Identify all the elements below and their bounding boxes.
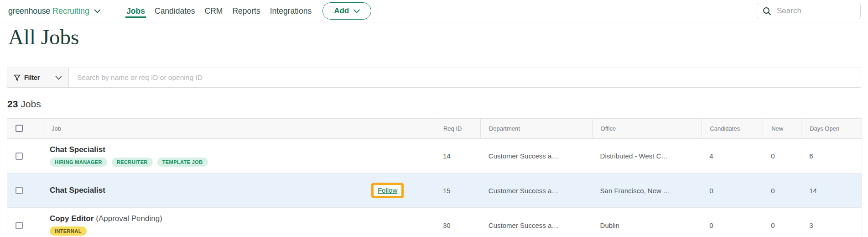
global-search[interactable] (757, 3, 861, 19)
table-header-row: Job Req ID Department Office Candidates … (7, 119, 862, 138)
nav-item-integrations[interactable]: Integrations (269, 5, 312, 17)
department-cell: Customer Success a… (480, 174, 592, 207)
office-cell: Distributed - West C… (592, 139, 702, 173)
row-checkbox[interactable] (16, 222, 23, 229)
job-title-link[interactable]: Chat Specialist (50, 186, 105, 195)
logo-product-text: Recruiting (52, 6, 89, 16)
header-checkbox-cell (7, 119, 43, 138)
header-department[interactable]: Department (480, 119, 592, 138)
search-icon (763, 7, 771, 16)
req-id-cell: 30 (435, 208, 480, 237)
job-cell: Chat Specialist HIRING MANAGER RECRUITER… (43, 139, 435, 173)
header-req-id[interactable]: Req ID (435, 119, 480, 138)
nav-item-reports[interactable]: Reports (231, 5, 261, 17)
row-checkbox-cell (7, 174, 43, 207)
nav-item-crm[interactable]: CRM (204, 5, 224, 17)
add-button[interactable]: Add (322, 2, 371, 20)
chevron-down-icon (353, 9, 360, 13)
req-id-cell: 15 (435, 174, 480, 207)
select-all-checkbox[interactable] (16, 125, 23, 132)
office-cell: Dublin (592, 208, 702, 237)
table-row: Chat Specialist Follow 15 Customer Succe… (7, 173, 862, 207)
badge-hiring-manager: HIRING MANAGER (50, 158, 107, 167)
header-job[interactable]: Job (43, 119, 435, 138)
global-search-input[interactable] (777, 6, 855, 16)
jobs-table: Job Req ID Department Office Candidates … (7, 118, 862, 237)
job-title-link[interactable]: Chat Specialist (50, 145, 105, 154)
row-checkbox-cell (7, 208, 43, 237)
nav-item-candidates[interactable]: Candidates (154, 5, 196, 17)
header-days-open[interactable]: Days Open (801, 119, 862, 138)
header-candidates[interactable]: Candidates (701, 119, 763, 138)
follow-link[interactable]: Follow (378, 186, 397, 194)
nav-links: Jobs Candidates CRM Reports Integrations (125, 5, 312, 18)
row-checkbox[interactable] (16, 187, 23, 194)
new-cell: 0 (763, 208, 801, 237)
chevron-down-icon (94, 9, 101, 13)
candidates-cell: 0 (701, 174, 763, 207)
jobs-count-label: Jobs (21, 99, 41, 109)
table-row: Copy Editor(Approval Pending) INTERNAL 3… (7, 207, 862, 237)
logo-brand-text: greenhouse (8, 6, 50, 16)
row-checkbox-cell (7, 139, 43, 173)
office-cell: San Francisco, New … (592, 174, 702, 207)
days-open-cell: 6 (801, 139, 862, 173)
add-button-label: Add (334, 6, 349, 16)
candidates-cell: 4 (701, 139, 763, 173)
job-cell: Copy Editor(Approval Pending) INTERNAL (43, 208, 435, 237)
department-cell: Customer Success a… (480, 139, 592, 173)
jobs-count: 23Jobs (0, 88, 868, 110)
department-cell: Customer Success a… (480, 208, 592, 237)
header-new[interactable]: New (763, 119, 801, 138)
job-cell: Chat Specialist Follow (43, 174, 435, 207)
days-open-cell: 3 (801, 208, 862, 237)
table-row: Chat Specialist HIRING MANAGER RECRUITER… (7, 138, 862, 173)
badge-internal: INTERNAL (50, 226, 87, 236)
chevron-down-icon (55, 76, 62, 80)
new-cell: 0 (763, 174, 801, 207)
badge-row: INTERNAL (50, 226, 435, 236)
candidates-cell: 0 (701, 208, 763, 237)
jobs-count-number: 23 (7, 99, 18, 109)
greenhouse-logo[interactable]: greenhouse Recruiting (8, 6, 101, 16)
header-office[interactable]: Office (592, 119, 702, 138)
new-cell: 0 (763, 139, 801, 173)
filter-bar: Filter (7, 68, 861, 88)
page-title: All Jobs (0, 22, 868, 49)
filter-funnel-icon (14, 74, 21, 81)
filter-button[interactable]: Filter (7, 68, 69, 87)
job-status-suffix: (Approval Pending) (96, 214, 162, 223)
jobs-search-input[interactable] (69, 68, 861, 87)
days-open-cell: 14 (801, 174, 862, 207)
req-id-cell: 14 (435, 139, 480, 173)
top-navigation: greenhouse Recruiting Jobs Candidates CR… (0, 0, 868, 22)
badge-recruiter: RECRUITER (112, 158, 153, 167)
nav-item-jobs[interactable]: Jobs (125, 5, 146, 18)
job-title-link[interactable]: Copy Editor (50, 214, 94, 223)
badge-template-job: TEMPLATE JOB (157, 158, 208, 167)
filter-button-label: Filter (24, 74, 40, 81)
follow-highlight-box: Follow (371, 183, 404, 198)
badge-row: HIRING MANAGER RECRUITER TEMPLATE JOB (50, 158, 435, 167)
row-checkbox[interactable] (16, 153, 23, 160)
